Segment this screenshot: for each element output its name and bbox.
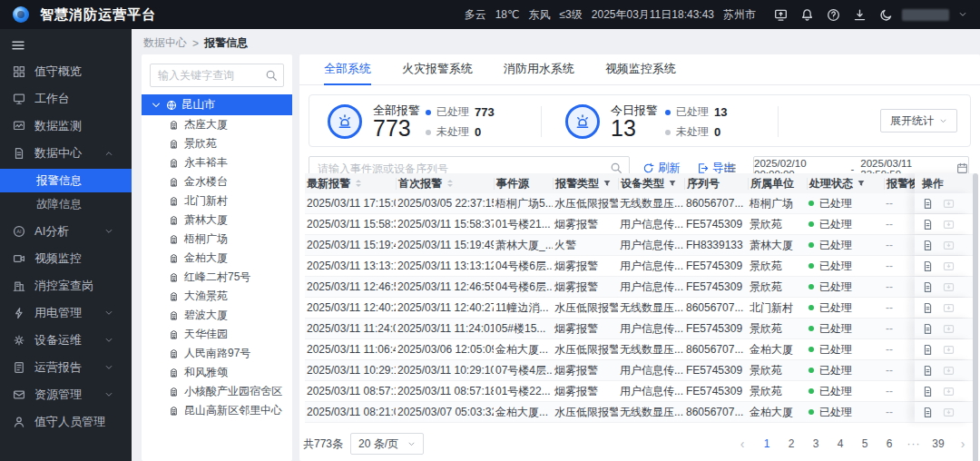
cell: 用户信息传... [618, 363, 684, 378]
page-1-button[interactable]: 1 [759, 437, 775, 450]
detail-doc-icon[interactable] [922, 240, 934, 251]
sidebar-subitem-alarm-info[interactable]: 报警信息 [0, 169, 132, 192]
breadcrumb-parent[interactable]: 数据中心 [143, 35, 187, 51]
status-cell: 已处理 [807, 342, 884, 358]
detail-doc-icon[interactable] [922, 302, 934, 314]
detail-doc-icon[interactable] [922, 323, 934, 335]
tree-node-building[interactable]: 萧林大厦 [142, 211, 292, 230]
page-size-select[interactable]: 20 条/页 [350, 433, 424, 455]
detail-doc-icon[interactable] [922, 198, 934, 210]
tab-system-1[interactable]: 火灾报警系统 [402, 54, 473, 85]
detail-doc-icon[interactable] [922, 407, 934, 418]
cell: 水压低限报警 [553, 196, 618, 211]
username-redacted[interactable] [902, 9, 949, 21]
tree-root-city[interactable]: 昆山市 [142, 94, 292, 115]
current-datetime: 2025年03月11日18:43:43 [592, 7, 714, 23]
tab-system-3[interactable]: 视频监控系统 [605, 54, 676, 85]
page-6-button[interactable]: 6 [881, 437, 897, 450]
sidebar-item-power-mgmt[interactable]: 用电管理 [0, 299, 132, 327]
alarm-main-panel: 全部系统火灾报警系统消防用水系统视频监控系统 全部报警 773 已处理773 未… [299, 54, 980, 461]
sort-icon[interactable] [447, 178, 453, 190]
prev-page-button[interactable]: ‹ [734, 436, 750, 451]
video-playback-icon [943, 365, 955, 377]
detail-doc-icon[interactable] [922, 219, 934, 230]
tree-node-building[interactable]: 北门新村 [142, 191, 292, 211]
tree-node-building[interactable]: 碧波大厦 [142, 306, 292, 325]
filter-icon[interactable] [857, 179, 866, 188]
table-header-row: 最新报警首次报警事件源报警类型设备类型序列号所属单位处理状态报警恢复状操作 [305, 173, 975, 193]
page-3-button[interactable]: 3 [808, 437, 824, 450]
sidebar-subitem-fault-info[interactable]: 故障信息 [0, 192, 132, 216]
tree-node-building[interactable]: 昆山高新区邻里中心 [142, 401, 292, 420]
tree-node-building[interactable]: 大渔景苑 [142, 287, 292, 306]
sidebar-item-device-ops[interactable]: 设备运维 [0, 327, 132, 354]
breadcrumb-separator: > [192, 37, 199, 50]
breadcrumb-current: 报警信息 [204, 35, 248, 51]
download-icon[interactable] [853, 8, 867, 22]
column-header[interactable]: 处理状态 [807, 178, 884, 190]
recover-cell: -- [884, 280, 918, 293]
sidebar-collapse-icon[interactable] [11, 38, 25, 53]
table-scrollbar[interactable] [973, 173, 978, 461]
next-page-button[interactable]: › [955, 436, 971, 451]
sidebar-item-duty-staff-mgmt[interactable]: 值守人员管理 [0, 408, 132, 436]
page-39-button[interactable]: 39 [930, 437, 946, 450]
sidebar-item-control-room-check[interactable]: 消控室查岗 [0, 272, 132, 299]
expand-stats-button[interactable]: 展开统计 [880, 109, 957, 132]
tree-node-building[interactable]: 金柏大厦 [142, 249, 292, 268]
tree-node-building[interactable]: 永丰裕丰 [142, 153, 292, 172]
tree-node-building[interactable]: 人民南路97号 [142, 344, 292, 363]
detail-doc-icon[interactable] [922, 344, 934, 356]
bell-icon[interactable] [800, 8, 814, 22]
cell: 用户信息传... [618, 259, 684, 274]
sidebar-item-overview[interactable]: 值守概览 [0, 58, 132, 85]
tab-system-2[interactable]: 消防用水系统 [504, 54, 574, 85]
filter-icon[interactable] [668, 179, 677, 188]
tree-node-building[interactable]: 景欣苑 [142, 134, 292, 153]
page-4-button[interactable]: 4 [832, 437, 848, 450]
all-processed: 已处理773 [426, 104, 495, 120]
caret-down-icon[interactable] [151, 100, 162, 111]
detail-doc-icon[interactable] [922, 281, 934, 293]
video-playback-icon [943, 386, 955, 397]
sidebar-item-video-monitor[interactable]: 视频监控 [0, 245, 132, 272]
column-header[interactable]: 报警类型 [553, 178, 618, 190]
tree-node-building[interactable]: 梧桐广场 [142, 230, 292, 249]
page-5-button[interactable]: 5 [857, 437, 873, 450]
sidebar-item-data-monitor[interactable]: 数据监测 [0, 113, 132, 140]
system-tabs: 全部系统火灾报警系统消防用水系统视频监控系统 [299, 54, 980, 85]
tree-node-building[interactable]: 杰座大厦 [142, 115, 292, 134]
sidebar-item-resource-mgmt[interactable]: 资源管理 [0, 381, 132, 408]
processed-dot-icon [665, 110, 671, 115]
column-header[interactable]: 设备类型 [618, 178, 684, 190]
tree-search-input[interactable] [150, 64, 284, 87]
tree-node-building[interactable]: 金水楼台 [142, 172, 292, 191]
tree-node-building[interactable]: 和风雅颂 [142, 363, 292, 382]
detail-doc-icon[interactable] [922, 365, 934, 377]
screen-share-icon[interactable] [774, 8, 788, 22]
moon-icon[interactable] [879, 8, 893, 22]
tree-node-building[interactable]: 小核酸产业园宿舍区 [142, 382, 292, 401]
video-playback-icon [943, 344, 955, 356]
sidebar-item-data-center[interactable]: 数据中心 [0, 140, 132, 167]
cell: 金柏大厦 [748, 405, 807, 420]
building-icon [169, 234, 179, 244]
video-playback-icon [943, 281, 955, 293]
tree-node-building[interactable]: 红峰二村75号 [142, 268, 292, 287]
detail-doc-icon[interactable] [922, 260, 934, 272]
cell: 梧桐广场 [748, 196, 807, 211]
table-footer: 共773条 20 条/页 ‹123456···39› [303, 432, 971, 456]
column-header[interactable]: 最新报警 [305, 178, 396, 190]
filter-icon[interactable] [603, 179, 612, 188]
detail-doc-icon[interactable] [922, 386, 934, 397]
column-header[interactable]: 首次报警 [396, 178, 494, 190]
sidebar-item-operation-report[interactable]: 运营报告 [0, 354, 132, 381]
tab-system-0[interactable]: 全部系统 [324, 54, 371, 85]
chevron-down-icon[interactable] [958, 10, 967, 19]
tree-node-building[interactable]: 天华佳园 [142, 325, 292, 344]
sidebar-item-workbench[interactable]: 工作台 [0, 85, 132, 113]
question-icon[interactable] [827, 8, 840, 22]
sidebar-item-ai-analysis[interactable]: AIAI分析 [0, 218, 132, 245]
page-2-button[interactable]: 2 [783, 437, 799, 450]
sort-icon[interactable] [356, 178, 361, 190]
